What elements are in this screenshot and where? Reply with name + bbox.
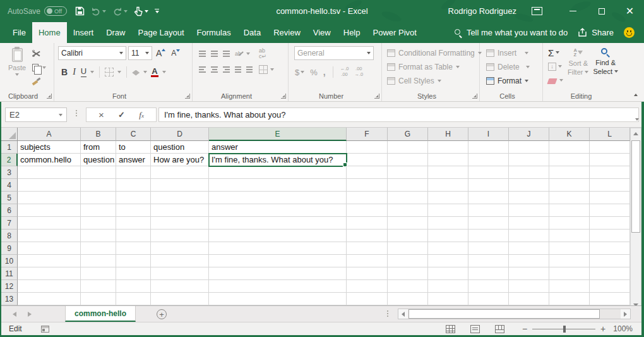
column-header-L[interactable]: L [590,128,630,141]
cell-B12[interactable] [81,280,116,293]
styles-dialog-launcher[interactable] [472,94,477,99]
cell-D12[interactable] [151,280,209,293]
cell-J12[interactable] [509,280,549,293]
touch-mouse-mode-button[interactable] [132,3,150,20]
font-dialog-launcher[interactable] [185,94,190,99]
cell-I2[interactable] [468,154,509,166]
cell-F7[interactable] [347,217,388,230]
scroll-right-arrow[interactable] [621,309,630,319]
autosum-button[interactable]: Σ [548,47,563,58]
row-header-10[interactable]: 10 [1,255,18,267]
row-header-8[interactable]: 8 [1,230,18,242]
cell-C13[interactable] [116,293,151,305]
cell-F12[interactable] [347,280,388,293]
cell-K9[interactable] [549,242,590,255]
cell-H4[interactable] [428,179,468,192]
cell-styles-button[interactable]: Cell Styles [387,74,477,88]
cell-A1[interactable]: subjects [18,141,81,154]
cell-L3[interactable] [590,166,630,179]
cell-F10[interactable] [347,255,388,267]
cell-L7[interactable] [590,217,630,230]
cell-A10[interactable] [18,255,81,267]
tabbar-splitter[interactable] [387,310,388,317]
sheet-tab-common-hello[interactable]: common-hello [65,306,136,322]
cell-A8[interactable] [18,230,81,242]
cell-D7[interactable] [151,217,209,230]
row-header-4[interactable]: 4 [1,179,18,192]
cell-G4[interactable] [388,179,428,192]
cell-D8[interactable] [151,230,209,242]
cell-L13[interactable] [590,293,630,305]
cell-H13[interactable] [428,293,468,305]
name-box[interactable]: E2 [5,107,67,122]
cell-B8[interactable] [81,230,116,242]
cell-J10[interactable] [509,255,549,267]
page-break-view-button[interactable] [495,325,504,333]
cell-F6[interactable] [347,204,388,217]
cell-A12[interactable] [18,280,81,293]
cell-A5[interactable] [18,192,81,204]
cell-C12[interactable] [116,280,151,293]
cell-B11[interactable] [81,267,116,280]
enter-button[interactable]: ✓ [118,110,125,119]
cell-E7[interactable] [209,217,347,230]
save-button[interactable] [73,3,86,20]
cell-L8[interactable] [590,230,630,242]
feedback-smiley-icon[interactable] [624,27,635,38]
format-as-table-button[interactable]: Format as Table [387,60,477,74]
cell-A4[interactable] [18,179,81,192]
cell-J9[interactable] [509,242,549,255]
tell-me-search[interactable]: Tell me what you want to do [454,28,568,37]
cell-H6[interactable] [428,204,468,217]
sort-filter-button[interactable]: AZ Sort & Filter [568,46,588,86]
tab-help[interactable]: Help [337,22,367,43]
horizontal-scrollbar[interactable] [398,309,631,319]
expand-formula-bar-button[interactable] [635,112,639,123]
cell-G5[interactable] [388,192,428,204]
cell-K7[interactable] [549,217,590,230]
cell-E2[interactable]: I'm fine, thanks. What about you? [209,154,347,166]
cell-L2[interactable] [590,154,630,166]
cell-K2[interactable] [549,154,590,166]
row-header-11[interactable]: 11 [1,267,18,280]
align-top-button[interactable] [199,51,206,57]
column-header-F[interactable]: F [347,128,388,141]
cell-B5[interactable] [81,192,116,204]
comma-button[interactable]: , [323,67,326,77]
cell-H11[interactable] [428,267,468,280]
cell-B7[interactable] [81,217,116,230]
cell-H8[interactable] [428,230,468,242]
cell-K10[interactable] [549,255,590,267]
cell-K6[interactable] [549,204,590,217]
cell-C1[interactable]: to [116,141,151,154]
cell-J11[interactable] [509,267,549,280]
alignment-dialog-launcher[interactable] [281,94,286,99]
cell-L9[interactable] [590,242,630,255]
cell-I8[interactable] [468,230,509,242]
cell-J7[interactable] [509,217,549,230]
cell-L5[interactable] [590,192,630,204]
cell-G11[interactable] [388,267,428,280]
cell-L11[interactable] [590,267,630,280]
cell-H2[interactable] [428,154,468,166]
paste-button[interactable]: Paste [4,46,30,90]
borders-icon[interactable] [105,68,114,77]
align-right-button[interactable] [223,66,230,73]
copy-button[interactable] [32,62,46,73]
fill-color-caret[interactable] [143,71,147,73]
horizontal-scrollbar-thumb[interactable] [408,309,600,319]
cell-E1[interactable]: answer [209,141,347,154]
currency-button[interactable]: $ [295,68,304,77]
cell-H1[interactable] [428,141,468,154]
cell-D13[interactable] [151,293,209,305]
cell-F3[interactable] [347,166,388,179]
column-header-K[interactable]: K [549,128,590,141]
cell-J4[interactable] [509,179,549,192]
close-button[interactable]: ✕ [616,0,644,22]
wrap-text-button[interactable]: abc↵ [259,48,266,59]
cell-A2[interactable]: common.hello [18,154,81,166]
column-header-E[interactable]: E [209,128,347,141]
page-layout-view-button[interactable] [470,325,480,333]
column-header-C[interactable]: C [116,128,151,141]
scroll-up-arrow[interactable] [631,128,641,139]
